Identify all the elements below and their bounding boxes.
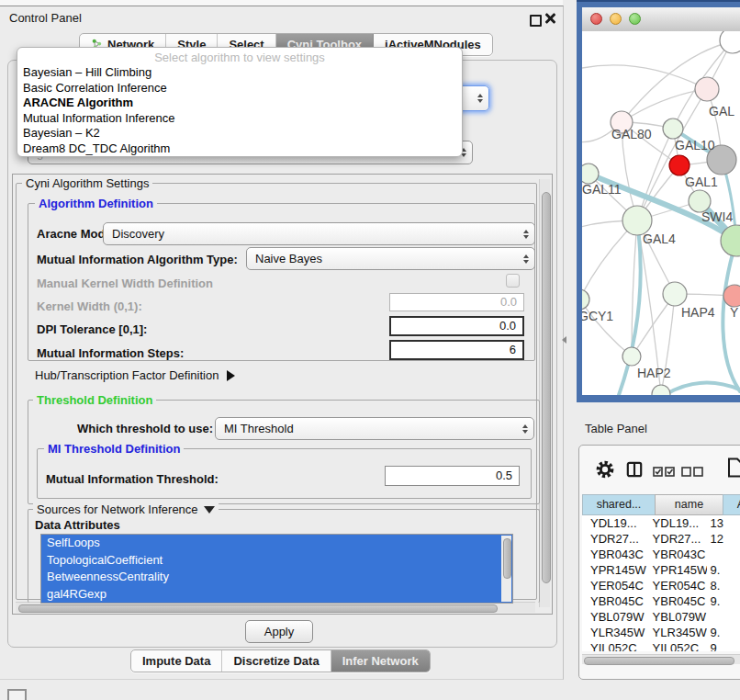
- algorithm-option[interactable]: Bayesian – K2: [17, 126, 462, 141]
- zoom-traffic-light-icon[interactable]: [629, 13, 641, 25]
- close-traffic-light-icon[interactable]: [590, 13, 602, 25]
- which-threshold-value: MI Threshold: [224, 422, 517, 435]
- network-node[interactable]: [720, 31, 740, 53]
- attributes-scrollbar[interactable]: [501, 536, 511, 602]
- table-row[interactable]: YDL19...YDL19...13: [582, 515, 740, 531]
- table-horizontal-scrollbar[interactable]: [582, 654, 740, 664]
- document-icon[interactable]: [727, 457, 740, 478]
- algorithm-option[interactable]: Mutual Information Inference: [17, 111, 462, 127]
- network-node[interactable]: [582, 164, 599, 184]
- network-edge[interactable]: [582, 65, 707, 89]
- table-cell: YDR27...: [582, 531, 647, 547]
- network-node[interactable]: [652, 385, 670, 395]
- attribute-item[interactable]: BetweennessCentrality: [41, 569, 512, 586]
- network-node[interactable]: [622, 347, 641, 366]
- select-all-checkboxes-icon[interactable]: [653, 467, 675, 477]
- network-node-label: HAP2: [637, 366, 671, 380]
- algorithm-option[interactable]: Bayesian – Hill Climbing: [17, 65, 462, 81]
- network-node[interactable]: [663, 119, 683, 139]
- table-row[interactable]: YBR043CYBR043C: [582, 547, 740, 562]
- table-row[interactable]: YBL079WYBL079W: [582, 609, 740, 625]
- algorithm-option[interactable]: Dream8 DC_TDC Algorithm: [17, 141, 462, 157]
- settings-vertical-scrollbar[interactable]: [539, 179, 550, 607]
- network-edge[interactable]: [665, 383, 740, 395]
- mi-steps-field[interactable]: 6: [389, 340, 524, 360]
- table-row[interactable]: YPR145WYPR145W9.: [582, 562, 740, 578]
- kernel-width-field[interactable]: 0.0: [389, 293, 524, 311]
- control-panel-title: Control Panel: [9, 11, 82, 25]
- mi-threshold-field[interactable]: 0.5: [385, 466, 520, 486]
- network-node[interactable]: [723, 285, 740, 307]
- table-cell: YER054C: [582, 578, 647, 593]
- splitter-collapse-arrow[interactable]: [562, 336, 566, 344]
- algorithm-option[interactable]: ARACNE Algorithm: [17, 96, 462, 111]
- aracne-mode-combo[interactable]: Discovery: [103, 222, 535, 245]
- dpi-tolerance-field[interactable]: 0.0: [389, 316, 524, 336]
- table-cell: 9.: [707, 625, 740, 640]
- combo-spinner-icon: [472, 94, 488, 103]
- network-node[interactable]: [582, 289, 589, 310]
- column-header[interactable]: A: [723, 494, 740, 515]
- table-cell: YBR045C: [647, 593, 708, 609]
- tab-discretize-data[interactable]: Discretize Data: [222, 650, 331, 672]
- collapsed-panel-icon[interactable]: [7, 689, 27, 700]
- table-cell: YLR345W: [647, 625, 708, 640]
- scrollbar-thumb[interactable]: [542, 192, 551, 583]
- table-row[interactable]: YER054CYER054C8.: [582, 578, 740, 593]
- minimize-traffic-light-icon[interactable]: [610, 13, 622, 25]
- network-node-label: Y: [730, 305, 739, 320]
- table-row[interactable]: YLR345WYLR345W9.: [582, 625, 740, 640]
- float-window-icon[interactable]: [530, 15, 542, 27]
- sources-legend[interactable]: Sources for Network Inference: [33, 503, 219, 515]
- table-cell: YER054C: [647, 578, 708, 593]
- network-node[interactable]: [695, 77, 719, 101]
- network-node-label: GAL: [709, 104, 734, 119]
- network-window-titlebar[interactable]: [582, 7, 740, 32]
- close-icon[interactable]: [544, 13, 555, 24]
- column-header[interactable]: shared...: [582, 494, 655, 515]
- hub-definition-toggle[interactable]: Hub/Transcription Factor Definition: [35, 368, 235, 382]
- attribute-item[interactable]: gal4RGexp: [41, 586, 512, 604]
- tab-label: Discretize Data: [233, 654, 319, 668]
- tab-impute-data[interactable]: Impute Data: [131, 650, 222, 672]
- collapse-arrow-icon[interactable]: [204, 506, 215, 514]
- network-view[interactable]: GALGAL80GAL10GAL1GAL11SWI4GAL4GCY1HAP4YH…: [582, 31, 740, 395]
- sources-legend-label: Sources for Network Inference: [37, 503, 198, 515]
- network-node-label: GAL1: [685, 175, 718, 189]
- algorithm-option[interactable]: Basic Correlation Inference: [17, 81, 462, 96]
- table-panel-title: Table Panel: [585, 422, 647, 435]
- scrollbar-thumb[interactable]: [584, 657, 734, 665]
- data-attributes-list[interactable]: SelfLoopsTopologicalCoefficientBetweenne…: [40, 534, 513, 604]
- combo-spinner-icon: [518, 230, 534, 239]
- which-threshold-combo[interactable]: MI Threshold: [215, 417, 534, 440]
- apply-button[interactable]: Apply: [245, 620, 313, 643]
- mi-steps-label: Mutual Information Steps:: [37, 346, 184, 360]
- attribute-item[interactable]: TopologicalCoefficient: [41, 552, 512, 570]
- mi-type-combo[interactable]: Naive Bayes: [246, 247, 535, 270]
- scrollbar-thumb[interactable]: [18, 604, 498, 613]
- deselect-checkboxes-icon[interactable]: [681, 467, 703, 477]
- table-cell: 8.: [707, 578, 740, 593]
- table-cell: YBL079W: [582, 609, 647, 625]
- attribute-item[interactable]: SelfLoops: [41, 535, 512, 552]
- network-edge[interactable]: [622, 89, 707, 122]
- combo-spinner-icon: [517, 424, 533, 434]
- scrollbar-thumb[interactable]: [503, 538, 511, 579]
- column-header[interactable]: name: [655, 494, 723, 515]
- tab-infer-network[interactable]: Infer Network: [331, 650, 430, 672]
- network-node-label: GAL11: [582, 182, 622, 197]
- manual-kernel-label: Manual Kernel Width Definition: [37, 277, 213, 290]
- network-node[interactable]: [663, 282, 687, 306]
- columns-icon[interactable]: [626, 461, 643, 478]
- table-row[interactable]: YDR27...YDR27...12: [582, 531, 740, 547]
- table-row[interactable]: YBR045CYBR045C9.: [582, 593, 740, 609]
- combo-spinner-icon: [518, 254, 534, 264]
- table-row[interactable]: YIL052CYIL052C9: [582, 640, 740, 651]
- gear-icon[interactable]: [595, 459, 615, 480]
- network-node[interactable]: [669, 155, 690, 175]
- network-node-label: GAL10: [675, 138, 715, 152]
- manual-kernel-checkbox[interactable]: [506, 274, 520, 288]
- table-cell: YBR043C: [647, 547, 708, 562]
- expand-arrow-icon[interactable]: [227, 370, 235, 381]
- table-cell: 9.: [707, 593, 740, 609]
